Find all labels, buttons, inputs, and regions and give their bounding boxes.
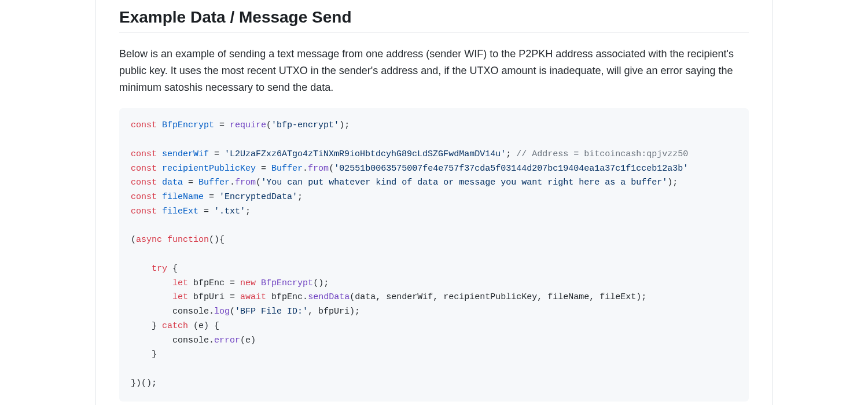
code-text: = bbox=[214, 120, 230, 130]
code-text: = bbox=[204, 192, 219, 202]
code-text: (); bbox=[313, 278, 329, 288]
code-identifier: BfpEncrypt bbox=[162, 120, 214, 130]
code-text: })(); bbox=[131, 378, 157, 388]
code-text: console. bbox=[172, 336, 214, 345]
code-identifier: Buffer bbox=[198, 178, 230, 187]
code-text: . bbox=[230, 178, 235, 187]
code-text: bfpUri bbox=[193, 292, 230, 302]
code-text: = bbox=[230, 292, 240, 302]
code-identifier: fileExt bbox=[162, 207, 198, 216]
code-function: from bbox=[235, 178, 256, 187]
code-text: } bbox=[152, 349, 157, 359]
code-text: ); bbox=[667, 178, 678, 187]
code-comment: // Address = bitcoincash:qpjvzz50 bbox=[516, 149, 688, 159]
code-keyword: new bbox=[240, 278, 256, 288]
code-function: error bbox=[214, 336, 240, 345]
code-keyword: let bbox=[172, 278, 188, 288]
code-text: ; bbox=[245, 207, 251, 216]
code-block[interactable]: const BfpEncrypt = require('bfp-encrypt'… bbox=[119, 108, 749, 401]
code-text: = bbox=[183, 178, 198, 187]
code-text: (e) { bbox=[188, 321, 219, 331]
code-text: ( bbox=[266, 120, 271, 130]
code-string: 'BFP File ID:' bbox=[235, 307, 308, 316]
code-text: (){ bbox=[209, 235, 225, 245]
code-keyword: function bbox=[167, 235, 209, 245]
code-function: log bbox=[214, 307, 230, 316]
code-text: ( bbox=[256, 178, 261, 187]
code-text bbox=[256, 278, 261, 288]
code-text: = bbox=[230, 278, 240, 288]
code-text: (e) bbox=[240, 336, 256, 345]
section-heading: Example Data / Message Send bbox=[119, 0, 749, 33]
code-text bbox=[188, 278, 193, 288]
code-text: (data, senderWif, recipientPublicKey, fi… bbox=[350, 292, 646, 302]
code-keyword: await bbox=[240, 292, 266, 302]
code-keyword: async bbox=[136, 235, 162, 245]
code-text: ; bbox=[506, 149, 516, 159]
code-identifier: data bbox=[162, 178, 183, 187]
code-keyword: catch bbox=[162, 321, 188, 331]
code-string: 'bfp-encrypt' bbox=[271, 120, 339, 130]
code-identifier: fileName bbox=[162, 192, 204, 202]
code-identifier: Buffer bbox=[271, 164, 303, 174]
code-text: console. bbox=[172, 307, 214, 316]
code-text: , bfpUri); bbox=[308, 307, 360, 316]
code-keyword: const bbox=[131, 149, 157, 159]
code-function: BfpEncrypt bbox=[261, 278, 313, 288]
code-keyword: try bbox=[152, 264, 167, 274]
code-text: ; bbox=[297, 192, 303, 202]
code-text: } bbox=[152, 321, 162, 331]
code-text bbox=[188, 292, 193, 302]
code-text: = bbox=[209, 149, 225, 159]
code-function: sendData bbox=[308, 292, 350, 302]
code-keyword: const bbox=[131, 178, 157, 187]
code-text: = bbox=[198, 207, 214, 216]
code-function: require bbox=[230, 120, 266, 130]
code-string: 'You can put whatever kind of data or me… bbox=[261, 178, 667, 187]
code-text: . bbox=[303, 164, 308, 174]
code-function: from bbox=[308, 164, 329, 174]
code-text: = bbox=[256, 164, 271, 174]
code-string: 'EncryptedData' bbox=[219, 192, 297, 202]
code-string: '.txt' bbox=[214, 207, 245, 216]
code-keyword: let bbox=[172, 292, 188, 302]
code-identifier: senderWif bbox=[162, 149, 209, 159]
code-text: ( bbox=[230, 307, 235, 316]
page: Example Data / Message Send Below is an … bbox=[0, 0, 868, 405]
code-keyword: const bbox=[131, 120, 157, 130]
code-identifier: recipientPublicKey bbox=[162, 164, 256, 174]
code-text: { bbox=[167, 264, 178, 274]
readme-container: Example Data / Message Send Below is an … bbox=[95, 0, 773, 405]
intro-paragraph: Below is an example of sending a text me… bbox=[119, 46, 749, 95]
code-text: bfpEnc. bbox=[271, 292, 308, 302]
code-text bbox=[266, 292, 271, 302]
code-string: 'L2UzaFZxz6ATgo4zTiNXmR9ioHbtdcyhG89cLdS… bbox=[225, 149, 506, 159]
code-keyword: const bbox=[131, 192, 157, 202]
code-keyword: const bbox=[131, 164, 157, 174]
code-text: ( bbox=[131, 235, 136, 245]
code-string: '02551b0063575007fe4e757f37cda5f03144d20… bbox=[334, 164, 688, 174]
code-keyword: const bbox=[131, 207, 157, 216]
code-text: ( bbox=[329, 164, 334, 174]
code-text: ); bbox=[339, 120, 350, 130]
code-text bbox=[162, 235, 167, 245]
code-text: bfpEnc bbox=[193, 278, 230, 288]
